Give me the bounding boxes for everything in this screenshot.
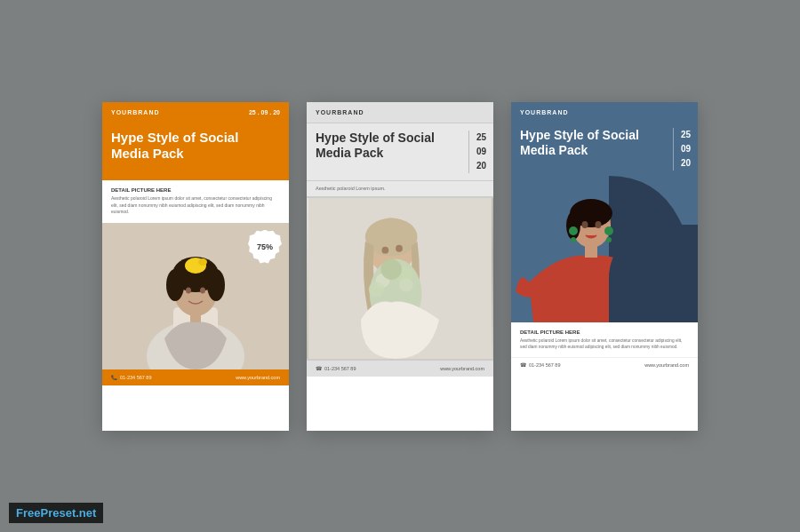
card-2-brand: YOURBRAND [316,109,364,115]
card-3-footer: ☎ 01-234 567 89 www.yourbrand.com [511,357,698,372]
svg-point-10 [186,287,191,293]
svg-point-36 [571,237,576,242]
card-2-image [307,196,493,361]
svg-point-23 [399,278,413,292]
card-3-detail-text: Aesthetic polaroid Lorem ipsum dolor sit… [520,337,689,350]
svg-rect-12 [190,312,201,322]
phone-icon-3: ☎ [520,362,526,368]
card-1-website: www.yourbrand.com [236,375,280,380]
card-2-num2: 09 [476,145,486,159]
card-2-phone: ☎ 01-234 567 89 [316,366,356,371]
svg-point-38 [606,237,612,242]
card-3-image [511,176,698,322]
svg-point-24 [369,281,385,297]
svg-point-17 [381,246,388,253]
card-1-image: 75% [102,223,289,369]
svg-point-7 [207,269,225,301]
svg-rect-32 [585,243,597,258]
card-2-subtitle: Aesthetic polaroid Lorem ipsum. [307,180,493,196]
card-3-title-area: Hype Style of Social Media Pack [511,128,673,171]
svg-point-9 [198,258,207,266]
watermark-free: Free [16,506,40,520]
svg-point-22 [380,258,401,279]
svg-point-6 [166,269,184,301]
card-2-website: www.yourbrand.com [440,366,484,371]
card-2-numbers: 25 09 20 [468,131,493,173]
watermark: FreePreset.net [9,503,103,523]
card-1: YOURBRAND 25 . 09 . 20 Hype Style of Soc… [102,102,289,431]
card-1-detail-text: Aesthetic polaroid Lorem ipsum dolor sit… [111,195,280,216]
card-3-detail-label: Detail Picture Here [520,330,689,335]
card-2-header: YOURBRAND [307,102,493,123]
card-2-footer: ☎ 01-234 567 89 www.yourbrand.com [307,361,493,377]
card-3-num3: 20 [681,156,691,171]
svg-point-34 [596,221,602,228]
svg-point-33 [582,221,588,228]
card-2-num3: 20 [476,159,486,173]
card-1-header: YOURBRAND 25 . 09 . 20 [102,102,289,123]
card-1-title: Hype Style of Social Media Pack [111,130,280,163]
card-1-phone: 📞 01-234 567 89 [111,375,151,380]
card-3-title: Hype Style of Social Media Pack [520,128,664,159]
card-2: YOURBRAND Hype Style of Social Media Pac… [307,102,493,431]
card-2-title: Hype Style of Social Media Pack [316,131,460,162]
card-1-date: 25 . 09 . 20 [249,109,280,115]
card-1-body: Hype Style of Social Media Pack [102,123,289,181]
phone-icon: 📞 [111,375,117,380]
card-1-detail-section: Detail Picture Here Aesthetic polaroid L… [102,180,289,223]
svg-point-35 [569,226,578,235]
card-1-footer: 📞 01-234 567 89 www.yourbrand.com [102,369,289,385]
svg-point-18 [396,244,403,251]
card-3-num2: 09 [681,142,691,156]
card-1-detail-label: Detail Picture Here [111,187,280,193]
card-3-numbers: 25 09 20 [673,128,698,171]
svg-point-31 [566,211,580,240]
cards-container: YOURBRAND 25 . 09 . 20 Hype Style of Soc… [84,84,716,449]
card-3-header: YOURBRAND [511,102,698,123]
card-2-title-area: Hype Style of Social Media Pack [307,131,468,173]
svg-point-11 [200,287,205,293]
card-3-num1: 25 [681,128,691,142]
card-3-phone: ☎ 01-234 567 89 [520,362,560,368]
woman-photo-2 [307,198,493,359]
card-2-num1: 25 [476,131,486,145]
card-3-website: www.yourbrand.com [644,362,689,368]
card-3: YOURBRAND Hype Style of Social Media Pac… [511,102,698,431]
watermark-net: .net [76,506,96,520]
card-3-detail-section: Detail Picture Here Aesthetic polaroid L… [511,322,698,357]
watermark-preset: Preset [40,506,76,520]
phone-icon-2: ☎ [316,366,322,371]
card-1-brand: YOURBRAND [111,109,160,115]
card-3-brand: YOURBRAND [520,109,569,115]
card-3-body: Hype Style of Social Media Pack 25 09 20 [511,123,698,176]
svg-point-37 [604,226,613,235]
card-2-body: Hype Style of Social Media Pack 25 09 20 [307,123,493,180]
